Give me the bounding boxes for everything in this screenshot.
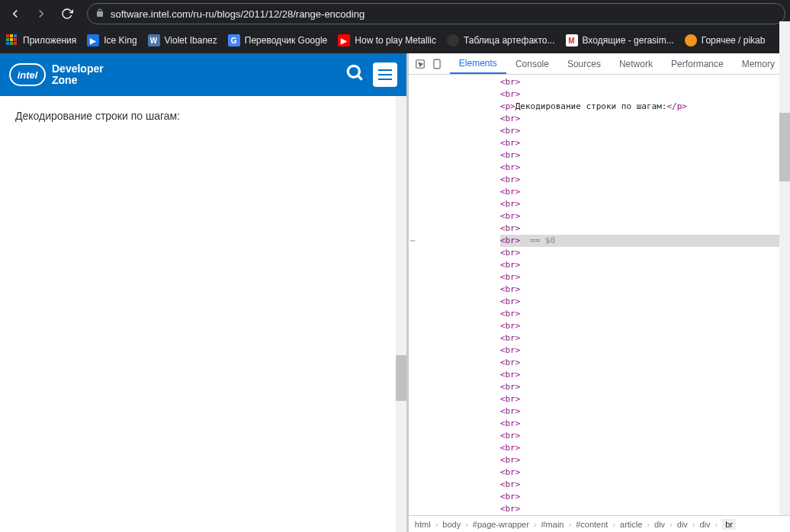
dom-node-br[interactable]: <br>: [500, 357, 790, 369]
dom-node-br[interactable]: <br>: [500, 125, 790, 137]
breadcrumb-item[interactable]: #page-wrapper: [473, 520, 529, 529]
devtools-panel: Elements Console Sources Network Perform…: [406, 53, 790, 532]
breadcrumb-item[interactable]: #content: [576, 520, 608, 529]
page-paragraph: Декодирование строки по шагам:: [15, 110, 391, 122]
dom-node-br[interactable]: <br>: [500, 332, 790, 345]
logo-line2: Zone: [52, 75, 104, 86]
back-button[interactable]: [5, 3, 26, 24]
bookmark-item[interactable]: Горячее / pikab: [685, 34, 766, 46]
svg-point-0: [348, 66, 359, 77]
dom-node-br[interactable]: <br>: [500, 149, 790, 162]
forward-button[interactable]: [31, 3, 52, 24]
dom-node-br[interactable]: <br>: [500, 345, 790, 357]
intel-logo[interactable]: intel Developer Zone: [9, 63, 104, 87]
devtools-tabs: Elements Console Sources Network Perform…: [409, 53, 790, 75]
dom-node-br[interactable]: <br>: [500, 186, 790, 198]
dom-node-br[interactable]: <br>: [500, 430, 790, 442]
apps-label: Приложения: [23, 35, 76, 46]
dom-node-br[interactable]: <br>: [500, 296, 790, 308]
devtools-scrollbar[interactable]: [779, 21, 790, 515]
bookmark-item[interactable]: WViolet Ibanez: [148, 34, 217, 46]
tab-performance[interactable]: Performance: [662, 53, 733, 74]
page-viewport: intel Developer Zone Декодирование строк…: [0, 53, 406, 532]
dom-node-br[interactable]: <br>: [500, 76, 790, 88]
dom-node-br[interactable]: <br>: [500, 503, 790, 515]
bookmark-item[interactable]: ▶How to play Metallic: [338, 34, 436, 46]
dom-node-br[interactable]: <br>: [500, 174, 790, 186]
tab-elements[interactable]: Elements: [450, 53, 506, 74]
scrollbar-thumb[interactable]: [396, 355, 406, 401]
dom-node-br[interactable]: <br>: [500, 442, 790, 454]
play-icon: ▶: [87, 34, 99, 46]
dom-node-br[interactable]: <br>: [500, 320, 790, 332]
bookmark-item[interactable]: GПереводчик Google: [228, 34, 328, 46]
breadcrumb-item[interactable]: article: [620, 520, 642, 529]
address-bar[interactable]: software.intel.com/ru-ru/blogs/2011/12/2…: [87, 3, 785, 24]
tab-console[interactable]: Console: [506, 53, 558, 74]
tab-sources[interactable]: Sources: [558, 53, 610, 74]
bookmark-item[interactable]: MВходящие - gerasim...: [566, 34, 674, 46]
dom-node-br[interactable]: <br>: [500, 393, 790, 405]
dom-node-br[interactable]: <br>: [500, 210, 790, 223]
reload-button[interactable]: [56, 3, 78, 24]
dom-node-br[interactable]: <br>: [500, 113, 790, 125]
dom-node-br[interactable]: <br>: [500, 381, 790, 393]
svg-rect-3: [434, 59, 440, 69]
bookmark-item[interactable]: ▶Ice King: [87, 34, 136, 46]
site-header: intel Developer Zone: [0, 53, 406, 96]
dom-node-br[interactable]: <br>: [500, 491, 790, 503]
breadcrumb-item[interactable]: #main: [541, 520, 564, 529]
inspect-icon[interactable]: [415, 59, 426, 69]
dom-node-br[interactable]: <br>: [500, 454, 790, 466]
breadcrumb-item[interactable]: br: [722, 519, 736, 530]
logo-line1: Developer: [52, 63, 104, 75]
breadcrumb-item[interactable]: div: [677, 520, 688, 529]
vk-icon: W: [148, 34, 160, 46]
scrollbar-thumb[interactable]: [779, 113, 790, 181]
dom-node-p[interactable]: <p>Декодирование строки по шагам:</p>: [500, 101, 790, 113]
menu-button[interactable]: [373, 62, 397, 87]
dom-node-br[interactable]: <br>: [500, 418, 790, 430]
translate-icon: G: [228, 34, 240, 46]
dom-node-br[interactable]: <br> == $0: [500, 235, 790, 247]
elements-tree[interactable]: <br><br><p>Декодирование строки по шагам…: [409, 75, 790, 515]
round-icon: [447, 34, 459, 46]
page-scrollbar[interactable]: [396, 96, 406, 532]
dom-node-br[interactable]: <br>: [500, 162, 790, 174]
dom-node-br[interactable]: <br>: [500, 271, 790, 284]
dom-node-br[interactable]: <br>: [500, 405, 790, 418]
tab-memory[interactable]: Memory: [733, 53, 784, 74]
url-text: software.intel.com/ru-ru/blogs/2011/12/2…: [111, 8, 364, 20]
search-button[interactable]: [345, 63, 365, 86]
dom-node-br[interactable]: <br>: [500, 369, 790, 381]
apps-button[interactable]: Приложения: [6, 34, 76, 46]
breadcrumb: html›body›#page-wrapper›#main›#content›a…: [409, 515, 790, 532]
dom-node-br[interactable]: <br>: [500, 284, 790, 296]
breadcrumb-item[interactable]: div: [654, 520, 665, 529]
dom-node-br[interactable]: <br>: [500, 466, 790, 479]
dom-node-br[interactable]: <br>: [500, 479, 790, 491]
dom-node-br[interactable]: <br>: [500, 308, 790, 320]
breadcrumb-item[interactable]: html: [415, 520, 431, 529]
breadcrumb-item[interactable]: div: [700, 520, 711, 529]
lock-icon: [95, 8, 104, 20]
tab-network[interactable]: Network: [610, 53, 662, 74]
device-icon[interactable]: [432, 59, 442, 69]
dom-node-br[interactable]: <br>: [500, 88, 790, 101]
intel-chip-icon: intel: [9, 63, 46, 86]
bookmark-item[interactable]: Таблица артефакто...: [447, 34, 554, 46]
pikabu-icon: [685, 34, 697, 46]
youtube-icon: ▶: [338, 34, 350, 46]
dom-node-br[interactable]: <br>: [500, 247, 790, 259]
dom-node-br[interactable]: <br>: [500, 259, 790, 271]
dom-node-br[interactable]: <br>: [500, 198, 790, 210]
apps-grid-icon: [6, 34, 18, 46]
breadcrumb-item[interactable]: body: [442, 520, 461, 529]
dom-node-br[interactable]: <br>: [500, 223, 790, 235]
gmail-icon: M: [566, 34, 578, 46]
svg-line-1: [358, 75, 361, 79]
dom-node-br[interactable]: <br>: [500, 137, 790, 149]
